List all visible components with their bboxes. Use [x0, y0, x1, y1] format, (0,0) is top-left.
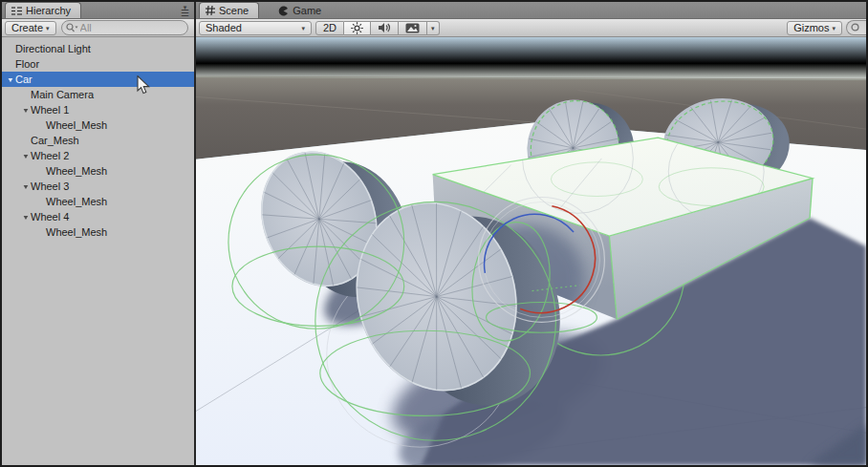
hierarchy-item-label: Wheel_Mesh: [46, 226, 107, 238]
game-icon: [278, 6, 289, 16]
gizmos-label: Gizmos: [793, 22, 829, 33]
create-button-label: Create: [11, 22, 43, 33]
image-effects-icon: [405, 23, 420, 33]
hierarchy-item-label: Wheel_Mesh: [46, 119, 107, 131]
gizmos-dropdown[interactable]: Gizmos ▾: [787, 21, 842, 35]
effects-caret-icon: ▾: [431, 25, 435, 32]
hierarchy-item-label: Wheel 3: [31, 180, 69, 192]
hierarchy-item-label: Car_Mesh: [31, 135, 79, 146]
hierarchy-tab-label: Hierarchy: [26, 5, 71, 16]
foldout-arrow-icon[interactable]: ▼: [6, 75, 15, 83]
unity-editor-window: Hierarchy ▾☰ Create ▾ Directional Li: [2, 2, 866, 465]
hierarchy-item[interactable]: ▼ Wheel 2: [2, 148, 194, 163]
hierarchy-item[interactable]: ▼ Wheel 3: [2, 179, 194, 194]
hierarchy-item[interactable]: Wheel_Mesh: [2, 194, 194, 209]
hierarchy-item-label: Wheel_Mesh: [46, 165, 107, 177]
scene-effects-button[interactable]: [399, 21, 427, 35]
create-caret-icon: ▾: [46, 25, 50, 32]
sky: [196, 37, 866, 81]
foldout-arrow-icon[interactable]: ▼: [21, 152, 31, 159]
hierarchy-item[interactable]: Wheel_Mesh: [2, 224, 194, 240]
hierarchy-panel: Hierarchy ▾☰ Create ▾ Directional Li: [2, 2, 194, 465]
hierarchy-item-label: Car: [15, 74, 33, 85]
hierarchy-search-input[interactable]: [78, 22, 182, 33]
foldout-arrow-icon[interactable]: ▼: [21, 106, 31, 114]
hierarchy-list-icon: [11, 7, 22, 15]
tab-scene[interactable]: Scene: [199, 2, 259, 18]
hierarchy-tabstrip: Hierarchy ▾☰: [2, 2, 194, 19]
gizmos-caret-icon: ▾: [832, 25, 835, 32]
draw-mode-label: Shaded: [206, 22, 242, 33]
hierarchy-item[interactable]: Wheel_Mesh: [2, 163, 194, 179]
hierarchy-item[interactable]: ▼ Wheel 4: [2, 209, 194, 224]
sun-icon: [351, 22, 363, 34]
foldout-arrow-icon[interactable]: ▼: [21, 182, 31, 190]
hierarchy-item-label: Wheel 4: [31, 211, 69, 223]
scene-panel: Scene Game Shaded ▾ 2D: [196, 2, 866, 465]
hierarchy-item[interactable]: Wheel_Mesh: [2, 117, 194, 133]
hierarchy-item-label: Main Camera: [31, 89, 94, 100]
scene-toolbar: Shaded ▾ 2D: [196, 19, 866, 37]
hierarchy-item[interactable]: Floor: [2, 56, 194, 72]
hierarchy-item-label: Floor: [15, 58, 39, 70]
hierarchy-item-label: Directional Light: [15, 43, 91, 54]
hierarchy-item-label: Wheel 2: [31, 150, 69, 161]
speaker-icon: [378, 22, 391, 33]
create-button[interactable]: Create ▾: [5, 21, 56, 35]
hierarchy-item[interactable]: ▼ Wheel 1: [2, 102, 194, 117]
scene-search-icon: [851, 23, 860, 32]
hierarchy-item[interactable]: Main Camera: [2, 87, 194, 102]
tab-hierarchy[interactable]: Hierarchy: [5, 2, 81, 18]
toggle-2d-label: 2D: [323, 22, 336, 33]
hierarchy-item-label: Wheel 1: [31, 104, 69, 116]
scene-viewport[interactable]: [196, 37, 866, 465]
panel-menu-icon[interactable]: ▾☰: [181, 6, 189, 16]
hierarchy-item[interactable]: Car_Mesh: [2, 133, 194, 148]
draw-mode-caret-icon: ▾: [301, 25, 305, 32]
hierarchy-item[interactable]: ▼ Car: [2, 72, 194, 87]
scene-search-field[interactable]: [846, 20, 866, 35]
tab-game[interactable]: Game: [272, 3, 331, 18]
hierarchy-item[interactable]: Directional Light: [2, 41, 194, 56]
scene-audio-button[interactable]: [371, 21, 399, 35]
search-icon: [66, 23, 78, 32]
scene-tab-label: Scene: [219, 5, 249, 16]
toggle-2d-button[interactable]: 2D: [315, 21, 344, 35]
hierarchy-search-field[interactable]: [61, 20, 188, 35]
hierarchy-toolbar: Create ▾: [2, 19, 194, 37]
scene-grid-icon: [206, 6, 215, 15]
hierarchy-tree: Directional Light Floor ▼ Car Main Camer…: [2, 37, 194, 465]
scene-3d-render: [196, 37, 866, 465]
foldout-arrow-icon[interactable]: ▼: [21, 213, 31, 221]
scene-lighting-button[interactable]: [344, 21, 371, 35]
scene-tabstrip: Scene Game: [196, 2, 866, 19]
draw-mode-dropdown[interactable]: Shaded ▾: [199, 21, 312, 35]
game-tab-label: Game: [293, 5, 321, 16]
effects-dropdown-caret[interactable]: ▾: [427, 21, 440, 35]
hierarchy-item-label: Wheel_Mesh: [46, 196, 107, 207]
